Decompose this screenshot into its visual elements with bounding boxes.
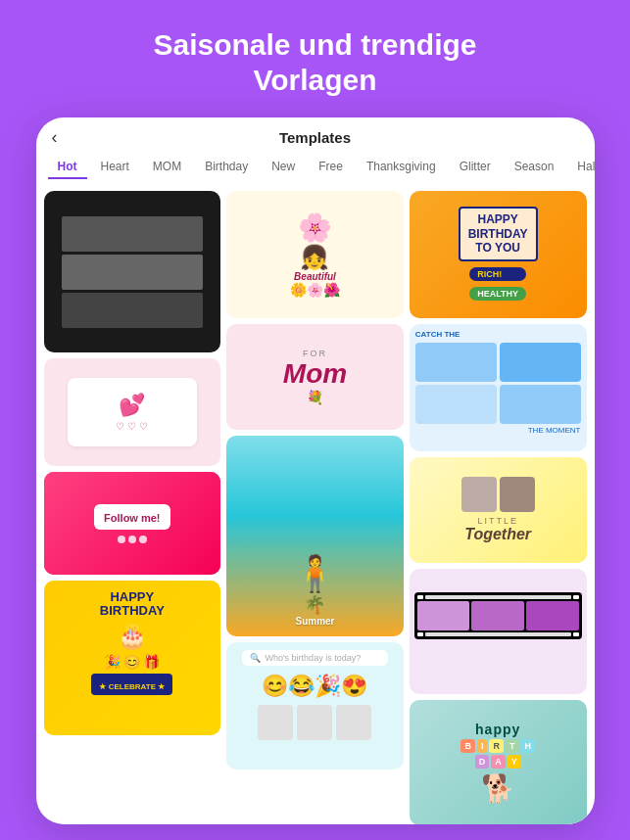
hero-section: Saisonale und trendige Vorlagen [0,0,630,117]
phone-frame: ‹ Templates Hot Heart MOM Birthday New F… [36,117,595,824]
tab-new[interactable]: New [262,156,305,179]
template-card-together[interactable]: Little Together [410,457,587,563]
tab-season[interactable]: Season [505,156,564,179]
template-card-hb-pastel[interactable]: happy B I R T H D A Y 🐕 [410,700,587,824]
screen-title: Templates [279,129,351,146]
hero-title: Saisonale und trendige Vorlagen [114,0,515,117]
tab-free[interactable]: Free [309,156,353,179]
template-card-follow[interactable]: Follow me! [44,472,221,575]
template-card-heart-pink[interactable]: 💕 ♡♡♡ [44,358,221,466]
tab-mom[interactable]: MOM [143,156,191,179]
tab-thanksgiving[interactable]: Thanksgiving [357,156,446,179]
tab-heart[interactable]: Heart [91,156,139,179]
template-card-catch[interactable]: CATCH THE THE MOMENT [410,324,587,451]
template-card-filmstrip[interactable] [44,191,221,352]
template-card-floral[interactable]: 🌸 👧 Beautiful 🌼🌸🌺 [226,191,404,318]
tab-glitter[interactable]: Glitter [450,156,501,179]
tabs-row: Hot Heart MOM Birthday New Free Thanksgi… [36,152,595,187]
back-button[interactable]: ‹ [52,127,58,148]
template-card-birthday-bold[interactable]: HAPPYBIRTHDAYTO YOU RICH! HEALTHY [410,191,587,318]
follow-text: Follow me! [104,512,160,524]
template-card-film-pastel[interactable] [410,569,587,694]
top-bar: ‹ Templates [36,117,595,152]
tab-birthday[interactable]: Birthday [195,156,258,179]
template-card-who-birthday[interactable]: 🔍 Who's birthday is today? 😊😂🎉😍 [226,642,404,770]
template-card-bday-yellow[interactable]: HAPPYBIRTHDAY 🎂 🎉 😊 🎁 ★ CELEBRATE ★ [44,581,221,735]
template-card-beach[interactable]: 🧍 🌴 Summer [226,436,404,636]
template-card-mom[interactable]: for Mom 💐 [226,324,404,430]
tab-halloween[interactable]: Halloween [567,156,594,179]
tab-hot[interactable]: Hot [48,156,87,179]
template-grid: 💕 ♡♡♡ Follow me! [36,187,595,824]
